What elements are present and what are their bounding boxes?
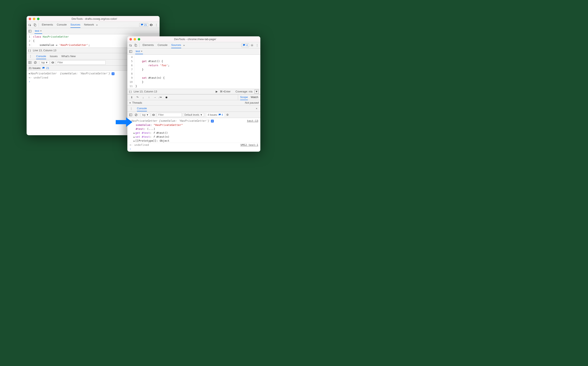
inspect-icon[interactable]: [129, 43, 133, 47]
code-content[interactable]: get #test() { return 'foo'; } set #test(…: [134, 55, 171, 89]
main-toolbar: ElementsConsoleSources » 4 ⋮: [127, 42, 260, 48]
step-into-icon[interactable]: ↓: [141, 95, 145, 99]
prop-test[interactable]: #test: (...): [127, 127, 260, 131]
file-tab-bar: test×: [27, 28, 160, 34]
collapse-icon[interactable]: ▼: [254, 90, 259, 94]
prop-prototype[interactable]: ▶[[Prototype]]: Object: [127, 139, 260, 143]
tab-console[interactable]: Console: [36, 53, 46, 59]
clear-icon[interactable]: [33, 61, 37, 65]
run-icon[interactable]: ▶: [216, 90, 218, 93]
gutter: 123: [27, 34, 32, 48]
cursor-position: Line 13, Column 13: [33, 49, 56, 52]
issues-badge[interactable]: 21: [139, 23, 148, 27]
titlebar[interactable]: DevTools - chrome://new-tab-page/: [127, 36, 260, 42]
kebab-icon[interactable]: ⋮: [129, 107, 133, 111]
deactivate-bp-icon[interactable]: ⁄✦: [159, 95, 163, 99]
device-icon[interactable]: [134, 43, 138, 47]
source-link[interactable]: test:13: [247, 119, 258, 122]
tab-watch[interactable]: Watch: [251, 94, 258, 100]
show-nav-icon[interactable]: [129, 49, 133, 53]
tab-sources[interactable]: Sources: [171, 42, 181, 48]
zoom-icon[interactable]: [37, 18, 39, 20]
levels-select[interactable]: Default levels▼: [183, 113, 204, 117]
kebab-icon[interactable]: ⋮: [255, 43, 259, 47]
pause-icon[interactable]: ॥: [130, 95, 134, 99]
minimize-icon[interactable]: [134, 38, 136, 40]
traffic-lights: [130, 38, 140, 40]
filter-input[interactable]: [56, 61, 106, 65]
file-tab-bar: test×: [127, 48, 260, 55]
close-drawer-icon[interactable]: ×: [254, 107, 259, 111]
inspect-icon[interactable]: [28, 23, 32, 27]
tab-console[interactable]: Console: [158, 42, 168, 48]
prop-setter[interactable]: ▶set #test: f #test(n): [127, 135, 260, 139]
tab-console[interactable]: Console: [137, 106, 147, 111]
triangle-down-icon[interactable]: ▼: [29, 72, 30, 75]
context-select[interactable]: top▼: [40, 61, 49, 64]
step-over-icon[interactable]: ↷: [135, 95, 139, 99]
issues-badge[interactable]: 4: [241, 43, 249, 47]
context-select[interactable]: top▼: [141, 113, 150, 117]
info-icon[interactable]: i: [211, 120, 214, 122]
pause-on-exc-icon[interactable]: ⏺: [164, 95, 168, 99]
minimize-icon[interactable]: [33, 18, 35, 20]
window-title: DevTools - drafts.csswg.org/css-color/: [39, 17, 149, 20]
show-sidebar-icon[interactable]: [28, 61, 32, 65]
tab-scope[interactable]: Scope: [240, 94, 248, 100]
kebab-icon[interactable]: ⋮: [154, 23, 158, 27]
show-nav-icon[interactable]: [28, 29, 32, 33]
close-tab-icon[interactable]: ×: [40, 29, 42, 32]
tab-elements[interactable]: Elements: [42, 22, 53, 28]
svg-rect-8: [136, 45, 137, 46]
prop-getter[interactable]: ▶get #test: f #test(): [127, 131, 260, 135]
console-prompt[interactable]: ›: [127, 147, 260, 151]
arrow-annotation-icon: [115, 117, 133, 130]
tab-elements[interactable]: Elements: [143, 42, 154, 48]
step-out-icon[interactable]: ↑: [147, 95, 151, 99]
zoom-icon[interactable]: [138, 38, 140, 40]
more-tabs-icon[interactable]: »: [95, 23, 99, 27]
gear-icon[interactable]: [149, 23, 153, 27]
svg-rect-3: [29, 30, 31, 32]
gear-icon[interactable]: ⚙: [225, 113, 229, 117]
close-icon[interactable]: [29, 18, 31, 20]
code-content[interactable]: class HasPrivateGetter{ someValue = 'Has…: [32, 34, 91, 48]
code-editor[interactable]: 4567891011 get #test() { return 'foo'; }…: [127, 55, 260, 89]
close-tab-icon[interactable]: ×: [141, 50, 143, 53]
titlebar[interactable]: DevTools - drafts.csswg.org/css-color/: [27, 16, 160, 22]
threads-row[interactable]: ▼ Threads Not paused: [127, 100, 260, 106]
step-icon[interactable]: →: [153, 95, 157, 99]
console-object-header[interactable]: test:13 ▼HasPrivateGetter {someValue: 'H…: [127, 119, 260, 123]
gear-icon[interactable]: [250, 43, 254, 47]
gutter: 4567891011: [127, 55, 134, 89]
console-toolbar: top▼ Default levels▼ 4 Issues: 4 ⚙: [127, 112, 260, 118]
tab-what-s-new[interactable]: What's New: [61, 53, 76, 59]
debugger-toolbar: ॥ ↷ ↓ ↑ → ⁄✦ ⏺ ScopeWatch: [127, 94, 260, 100]
tab-sources[interactable]: Sources: [70, 22, 80, 28]
eye-icon[interactable]: [51, 61, 55, 65]
file-tab-test[interactable]: test×: [34, 28, 42, 34]
clear-icon[interactable]: [134, 113, 138, 117]
coverage-label: Coverage: n/a: [235, 90, 252, 93]
kebab-icon[interactable]: ⋮: [28, 54, 32, 58]
panel-tabs: ElementsConsoleSourcesNetwork: [42, 22, 94, 28]
filter-input[interactable]: [157, 113, 182, 117]
tab-issues[interactable]: Issues: [50, 53, 58, 59]
close-icon[interactable]: [130, 38, 132, 40]
prop-somevalue[interactable]: someValue: "HasPrivateGetter": [127, 123, 260, 127]
tab-network[interactable]: Network: [84, 22, 94, 28]
issues-pill[interactable]: 4 Issues: 4: [206, 113, 224, 116]
more-tabs-icon[interactable]: »: [182, 43, 186, 47]
info-icon[interactable]: i: [112, 72, 115, 75]
format-icon[interactable]: { }: [129, 90, 131, 93]
traffic-lights: [29, 18, 39, 20]
file-tab-test[interactable]: test×: [135, 49, 143, 54]
format-icon[interactable]: { }: [28, 49, 31, 52]
status-bar: { } Line 13, Column 13 ▶ ⌘+Enter Coverag…: [127, 89, 260, 94]
device-icon[interactable]: [33, 23, 37, 27]
source-link[interactable]: VM52 test:1: [240, 143, 258, 146]
tab-console[interactable]: Console: [57, 22, 67, 28]
eye-icon[interactable]: [152, 113, 156, 117]
show-sidebar-icon[interactable]: [129, 113, 133, 117]
main-toolbar: ElementsConsoleSourcesNetwork » 21 ⋮: [27, 22, 160, 28]
